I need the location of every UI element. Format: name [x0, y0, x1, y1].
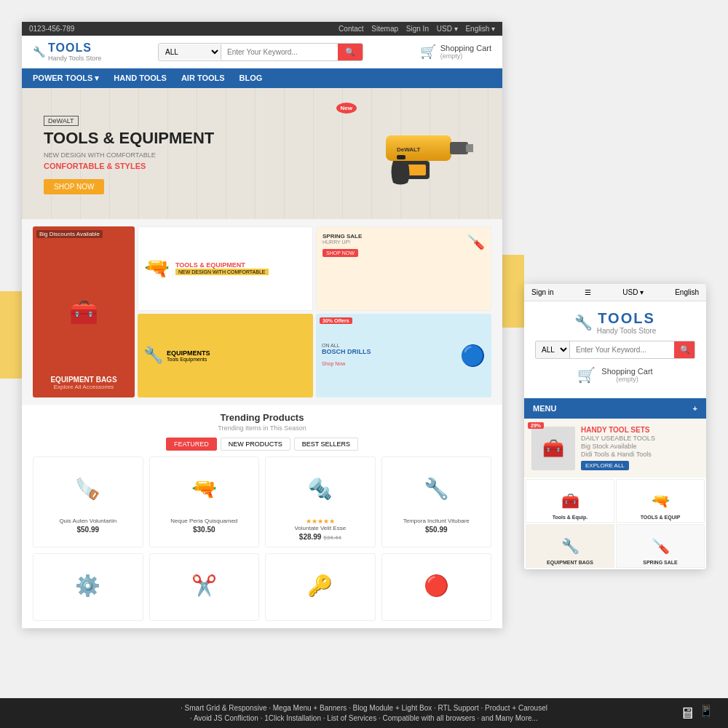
hero-shop-now-button[interactable]: SHOP NOW	[44, 179, 104, 194]
products-grid-2: ⚙️ ✂️ 🔑 🔴	[33, 553, 491, 621]
mobile-explore-btn[interactable]: EXPLORE ALL	[581, 461, 629, 470]
product-img-3: 🔩	[272, 463, 369, 514]
svg-rect-7	[397, 155, 405, 159]
mobile-logo-icon: 🔧	[574, 314, 593, 331]
mobile-sub-label-4: SPRING SALE	[618, 560, 703, 565]
mobile-nav-bar[interactable]: MENU +	[524, 398, 706, 419]
mobile-cart-status: (empty)	[601, 376, 652, 383]
monitor-icon: 🖥	[679, 704, 695, 723]
product-price-4: $50.99	[388, 526, 486, 534]
search-button[interactable]: 🔍	[338, 44, 363, 60]
svg-text:DeWALT: DeWALT	[397, 146, 420, 153]
trending-section: Trending Products Trending Items in This…	[22, 405, 502, 628]
logo-icon: 🔧	[33, 46, 45, 58]
nav-air-tools[interactable]: AIR TOOLS	[181, 74, 225, 83]
mobile-sub-grid: 🧰 Tools & Equip. 🔫 TOOLS & EQUIP 🔧 EQUIP…	[524, 478, 706, 569]
product-price-2: $30.50	[156, 526, 253, 534]
product-card-1: 🪚 Quis Auten Voluntariin $50.99	[33, 456, 143, 547]
sitemap-link[interactable]: Sitemap	[371, 25, 398, 33]
promo-tools-equipment: 🔫 TOOLS & EQUIPMENT NEW DESIGN WITH COMF…	[138, 226, 313, 311]
search-input[interactable]	[221, 45, 338, 59]
promo-bosch-btn[interactable]: Shop Now	[322, 361, 345, 366]
product-img-6: ✂️	[156, 560, 253, 611]
nav-blog[interactable]: BLOG	[240, 74, 263, 83]
mobile-topbar: Sign in ☰ USD ▾ English	[524, 284, 706, 301]
search-bar: ALL Power Tools Hand Tools 🔍	[158, 43, 363, 61]
cart-label: Shopping Cart	[440, 44, 491, 52]
hero-content: DeWALT TOOLS & EQUIPMENT NEW DESIGN WITH…	[44, 113, 214, 194]
product-name-1: Quis Auten Voluntariin	[39, 518, 137, 524]
product-img-2: 🔫	[156, 463, 253, 514]
mobile-preview: Sign in ☰ USD ▾ English 🔧 TOOLS Handy To…	[524, 284, 706, 569]
mobile-logo-text: TOOLS	[598, 310, 655, 326]
product-card-6: ✂️	[149, 553, 260, 621]
mobile-header: 🔧 TOOLS Handy Tools Store ALL 🔍 🛒 Shoppi…	[524, 301, 706, 398]
promo-equip-sub: Tools Equipments	[167, 357, 210, 362]
mobile-language[interactable]: English	[675, 288, 699, 296]
mobile-promo-img: 🧰 29%	[531, 427, 575, 470]
features-line-1: · Smart Grid & Responsive · Mega Menu + …	[181, 704, 547, 712]
features-bar: · Smart Grid & Responsive · Mega Menu + …	[0, 698, 728, 728]
hero-highlight: CONFORTABLE & STYLES	[44, 162, 214, 170]
logo: 🔧 TOOLS Handy Tools Store	[33, 41, 101, 62]
search-category[interactable]: ALL Power Tools Hand Tools	[159, 44, 221, 60]
bottom-icons: 🖥 📱	[679, 704, 713, 723]
product-card-2: 🔫 Neque Peria Quisquamed $30.50	[149, 456, 260, 547]
nav-hand-tools[interactable]: HAND TOOLS	[114, 74, 167, 83]
mobile-search-category[interactable]: ALL	[536, 341, 570, 358]
promo-offers-badge: 30% Offers	[320, 317, 352, 324]
promo-spring-sale: SPRING SALE HURRY UP! SHOP NOW 🪛	[316, 226, 491, 311]
trending-subtitle: Trending Items in This Season	[33, 424, 491, 432]
promo-bags-sub: Explore All Accessories	[33, 384, 135, 390]
mobile-signin[interactable]: Sign in	[531, 288, 554, 296]
mobile-menu-icon[interactable]: ☰	[585, 288, 591, 296]
product-img-5: ⚙️	[39, 560, 137, 611]
mobile-sub-3: 🔧 EQUIPMENT BAGS	[526, 524, 614, 568]
cart-icon: 🛒	[420, 44, 436, 60]
promo-equip-label: EQUIPMENTS	[167, 349, 210, 357]
promo-spring-sub: HURRY UP!	[323, 240, 485, 245]
currency-selector[interactable]: USD ▾	[437, 25, 458, 33]
mobile-menu-expand[interactable]: +	[693, 404, 697, 413]
mobile-logo-subtitle: Handy Tools Store	[597, 327, 657, 335]
mobile-search-input[interactable]	[570, 341, 674, 358]
nav-power-tools[interactable]: POWER TOOLS ▾	[33, 74, 99, 83]
mobile-currency[interactable]: USD ▾	[622, 288, 644, 296]
language-selector[interactable]: English ▾	[465, 25, 495, 33]
promo-spring-label: SPRING SALE	[323, 233, 485, 240]
tab-best-sellers[interactable]: BEST SELLERS	[294, 438, 358, 451]
mobile-promo-badge: 29%	[528, 422, 544, 429]
mobile-search-button[interactable]: 🔍	[674, 341, 695, 358]
product-price-1: $50.99	[39, 526, 137, 534]
product-card-3: 🔩 ★★★★★ Voluntate Velit Esse $28.99 $34.…	[265, 456, 376, 547]
product-img-8: 🔴	[388, 560, 486, 611]
topbar: 0123-456-789 Contact Sitemap Sign In USD…	[22, 22, 502, 36]
tab-new-products[interactable]: NEW PRODUCTS	[221, 438, 290, 451]
hero-brand: DeWALT	[44, 116, 79, 126]
product-card-5: ⚙️	[33, 553, 143, 621]
promo-grid: 🧰 EQUIPMENT BAGS Explore All Accessories…	[22, 219, 502, 405]
contact-link[interactable]: Contact	[339, 25, 363, 33]
features-line-2: · Avoid JS Confliction · 1Click Installa…	[190, 714, 538, 722]
mobile-sub-2: 🔫 TOOLS & EQUIP	[616, 479, 705, 523]
mobile-promo-subtitle: DAILY USEABLE TOOLS	[581, 435, 655, 442]
tab-featured[interactable]: FEATURED	[166, 438, 217, 451]
hero-drill-image: DeWALT	[335, 95, 480, 212]
header: 🔧 TOOLS Handy Tools Store ALL Power Tool…	[22, 36, 502, 68]
mobile-search: ALL 🔍	[535, 341, 695, 359]
mobile-promo-title: HANDY TOOL SETS	[581, 426, 655, 434]
hero-section: DeWALT TOOLS & EQUIPMENT NEW DESIGN WITH…	[22, 88, 502, 219]
promo-left-cell: 🧰 EQUIPMENT BAGS Explore All Accessories…	[33, 226, 135, 397]
topbar-links: Contact Sitemap Sign In USD ▾ English ▾	[333, 25, 495, 33]
mobile-cart-label: Shopping Cart	[601, 367, 652, 376]
signin-link[interactable]: Sign In	[406, 25, 429, 33]
product-card-7: 🔑	[265, 553, 376, 621]
mobile-sub-1: 🧰 Tools & Equip.	[526, 479, 614, 523]
product-stars-3: ★★★★★	[272, 518, 369, 525]
promo-spring-btn[interactable]: SHOP NOW	[323, 249, 358, 257]
mobile-cart[interactable]: 🛒 Shopping Cart (empty)	[535, 366, 695, 389]
phone-number: 0123-456-789	[29, 25, 74, 33]
cart-area[interactable]: 🛒 Shopping Cart (empty)	[420, 44, 491, 60]
hero-subtitle: NEW DESIGN WITH COMFORTABLE	[44, 151, 214, 159]
mobile-sub-label-3: EQUIPMENT BAGS	[528, 560, 612, 565]
